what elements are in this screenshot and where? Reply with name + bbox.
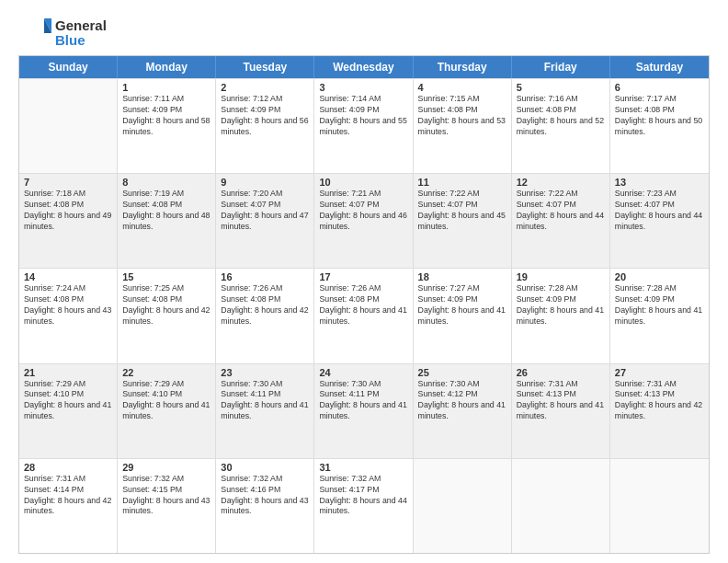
day-info: Sunrise: 7:11 AMSunset: 4:09 PMDaylight:… <box>122 94 210 138</box>
calendar-cell: 5 Sunrise: 7:16 AMSunset: 4:08 PMDayligh… <box>512 79 610 173</box>
day-number: 7 <box>24 177 112 188</box>
day-info: Sunrise: 7:17 AMSunset: 4:08 PMDaylight:… <box>615 94 704 138</box>
day-info: Sunrise: 7:22 AMSunset: 4:07 PMDaylight:… <box>517 189 605 233</box>
day-info: Sunrise: 7:18 AMSunset: 4:08 PMDaylight:… <box>24 189 112 233</box>
day-number: 16 <box>221 271 309 282</box>
day-info: Sunrise: 7:21 AMSunset: 4:07 PMDaylight:… <box>319 189 407 233</box>
day-info: Sunrise: 7:19 AMSunset: 4:08 PMDaylight:… <box>122 189 210 233</box>
day-number: 3 <box>319 82 407 93</box>
day-info: Sunrise: 7:23 AMSunset: 4:07 PMDaylight:… <box>615 189 704 233</box>
day-info: Sunrise: 7:31 AMSunset: 4:14 PMDaylight:… <box>24 474 112 518</box>
calendar-cell: 22 Sunrise: 7:29 AMSunset: 4:10 PMDaylig… <box>118 364 216 458</box>
calendar-cell: 4 Sunrise: 7:15 AMSunset: 4:08 PMDayligh… <box>414 79 512 173</box>
calendar-cell: 9 Sunrise: 7:20 AMSunset: 4:07 PMDayligh… <box>216 174 314 268</box>
calendar-cell: 17 Sunrise: 7:26 AMSunset: 4:08 PMDaylig… <box>314 269 413 362</box>
day-info: Sunrise: 7:32 AMSunset: 4:16 PMDaylight:… <box>221 474 309 518</box>
calendar-row: 28 Sunrise: 7:31 AMSunset: 4:14 PMDaylig… <box>19 458 709 553</box>
calendar-cell: 26 Sunrise: 7:31 AMSunset: 4:13 PMDaylig… <box>512 364 610 458</box>
calendar-row: 1 Sunrise: 7:11 AMSunset: 4:09 PMDayligh… <box>19 78 709 173</box>
day-info: Sunrise: 7:24 AMSunset: 4:08 PMDaylight:… <box>24 283 112 327</box>
calendar-cell: 13 Sunrise: 7:23 AMSunset: 4:07 PMDaylig… <box>610 174 709 268</box>
day-info: Sunrise: 7:27 AMSunset: 4:09 PMDaylight:… <box>418 283 506 327</box>
calendar-cell <box>19 79 118 173</box>
calendar-cell: 19 Sunrise: 7:28 AMSunset: 4:09 PMDaylig… <box>512 269 610 362</box>
day-number: 1 <box>122 82 210 93</box>
day-info: Sunrise: 7:29 AMSunset: 4:10 PMDaylight:… <box>24 379 112 423</box>
day-number: 23 <box>221 367 309 378</box>
calendar-cell: 27 Sunrise: 7:31 AMSunset: 4:13 PMDaylig… <box>610 364 709 458</box>
day-number: 17 <box>319 271 407 282</box>
calendar-row: 7 Sunrise: 7:18 AMSunset: 4:08 PMDayligh… <box>19 173 709 268</box>
calendar-cell: 23 Sunrise: 7:30 AMSunset: 4:11 PMDaylig… <box>216 364 314 458</box>
day-header: Thursday <box>414 56 512 78</box>
day-header: Tuesday <box>216 56 314 78</box>
day-info: Sunrise: 7:12 AMSunset: 4:09 PMDaylight:… <box>221 94 309 138</box>
day-info: Sunrise: 7:31 AMSunset: 4:13 PMDaylight:… <box>615 379 704 423</box>
day-number: 28 <box>24 462 112 473</box>
day-header: Friday <box>512 56 610 78</box>
logo: General Blue <box>18 17 107 50</box>
calendar-body: 1 Sunrise: 7:11 AMSunset: 4:09 PMDayligh… <box>19 78 709 553</box>
calendar-cell <box>610 459 709 553</box>
day-number: 30 <box>221 462 309 473</box>
calendar-cell: 24 Sunrise: 7:30 AMSunset: 4:11 PMDaylig… <box>314 364 413 458</box>
day-info: Sunrise: 7:31 AMSunset: 4:13 PMDaylight:… <box>517 379 605 423</box>
day-number: 21 <box>24 367 112 378</box>
calendar-cell: 11 Sunrise: 7:22 AMSunset: 4:07 PMDaylig… <box>414 174 512 268</box>
day-info: Sunrise: 7:25 AMSunset: 4:08 PMDaylight:… <box>122 283 210 327</box>
day-number: 25 <box>418 367 506 378</box>
day-info: Sunrise: 7:28 AMSunset: 4:09 PMDaylight:… <box>517 283 605 327</box>
calendar-cell: 14 Sunrise: 7:24 AMSunset: 4:08 PMDaylig… <box>19 269 118 362</box>
calendar-cell: 29 Sunrise: 7:32 AMSunset: 4:15 PMDaylig… <box>118 459 216 553</box>
day-number: 14 <box>24 271 112 282</box>
day-info: Sunrise: 7:32 AMSunset: 4:15 PMDaylight:… <box>122 474 210 518</box>
calendar-row: 14 Sunrise: 7:24 AMSunset: 4:08 PMDaylig… <box>19 268 709 362</box>
calendar: SundayMondayTuesdayWednesdayThursdayFrid… <box>18 55 710 554</box>
day-info: Sunrise: 7:22 AMSunset: 4:07 PMDaylight:… <box>418 189 506 233</box>
calendar-cell: 10 Sunrise: 7:21 AMSunset: 4:07 PMDaylig… <box>314 174 413 268</box>
calendar-cell: 12 Sunrise: 7:22 AMSunset: 4:07 PMDaylig… <box>512 174 610 268</box>
header: General Blue <box>18 17 710 50</box>
calendar-row: 21 Sunrise: 7:29 AMSunset: 4:10 PMDaylig… <box>19 363 709 458</box>
day-number: 4 <box>418 82 506 93</box>
day-number: 22 <box>122 367 210 378</box>
day-number: 27 <box>615 367 704 378</box>
calendar-cell <box>512 459 610 553</box>
day-number: 10 <box>319 177 407 188</box>
day-header: Monday <box>118 56 216 78</box>
day-info: Sunrise: 7:16 AMSunset: 4:08 PMDaylight:… <box>517 94 605 138</box>
calendar-cell: 20 Sunrise: 7:28 AMSunset: 4:09 PMDaylig… <box>610 269 709 362</box>
day-number: 8 <box>122 177 210 188</box>
logo-svg <box>18 17 51 50</box>
logo-blue: Blue <box>55 33 107 49</box>
day-header: Sunday <box>19 56 118 78</box>
calendar-cell: 2 Sunrise: 7:12 AMSunset: 4:09 PMDayligh… <box>216 79 314 173</box>
day-number: 18 <box>418 271 506 282</box>
calendar-cell: 6 Sunrise: 7:17 AMSunset: 4:08 PMDayligh… <box>610 79 709 173</box>
calendar-cell: 1 Sunrise: 7:11 AMSunset: 4:09 PMDayligh… <box>118 79 216 173</box>
calendar-cell: 21 Sunrise: 7:29 AMSunset: 4:10 PMDaylig… <box>19 364 118 458</box>
day-number: 13 <box>615 177 704 188</box>
day-number: 15 <box>122 271 210 282</box>
calendar-cell: 3 Sunrise: 7:14 AMSunset: 4:09 PMDayligh… <box>314 79 413 173</box>
day-number: 2 <box>221 82 309 93</box>
calendar-cell: 28 Sunrise: 7:31 AMSunset: 4:14 PMDaylig… <box>19 459 118 553</box>
day-header: Wednesday <box>314 56 413 78</box>
day-info: Sunrise: 7:30 AMSunset: 4:11 PMDaylight:… <box>221 379 309 423</box>
calendar-cell: 7 Sunrise: 7:18 AMSunset: 4:08 PMDayligh… <box>19 174 118 268</box>
day-info: Sunrise: 7:26 AMSunset: 4:08 PMDaylight:… <box>319 283 407 327</box>
day-info: Sunrise: 7:20 AMSunset: 4:07 PMDaylight:… <box>221 189 309 233</box>
day-number: 24 <box>319 367 407 378</box>
day-info: Sunrise: 7:28 AMSunset: 4:09 PMDaylight:… <box>615 283 704 327</box>
day-number: 9 <box>221 177 309 188</box>
day-number: 5 <box>517 82 605 93</box>
calendar-cell: 30 Sunrise: 7:32 AMSunset: 4:16 PMDaylig… <box>216 459 314 553</box>
calendar-cell: 25 Sunrise: 7:30 AMSunset: 4:12 PMDaylig… <box>414 364 512 458</box>
page: General Blue SundayMondayTuesdayWednesda… <box>0 0 728 563</box>
day-info: Sunrise: 7:29 AMSunset: 4:10 PMDaylight:… <box>122 379 210 423</box>
day-number: 31 <box>319 462 407 473</box>
calendar-cell <box>414 459 512 553</box>
day-info: Sunrise: 7:30 AMSunset: 4:12 PMDaylight:… <box>418 379 506 423</box>
day-number: 26 <box>517 367 605 378</box>
day-info: Sunrise: 7:32 AMSunset: 4:17 PMDaylight:… <box>319 474 407 518</box>
